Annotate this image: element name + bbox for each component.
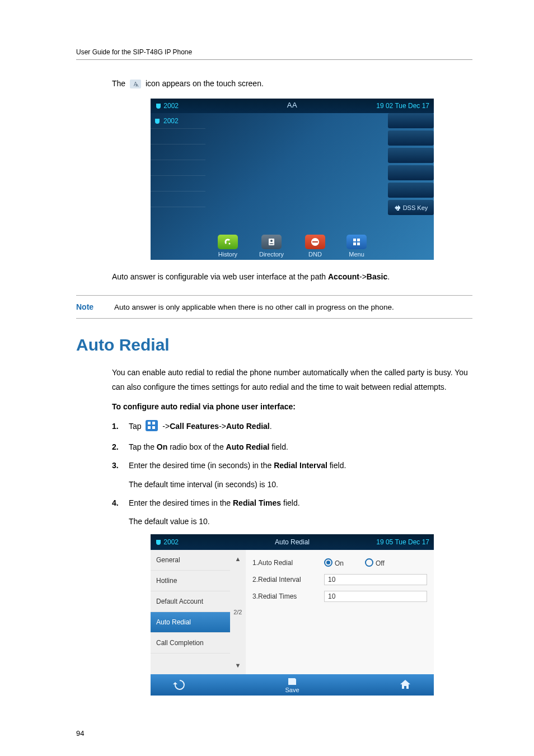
page-header: User Guide for the SIP-T48G IP Phone — [76, 48, 472, 60]
aa-status-icon: AA — [151, 101, 434, 109]
screenshot-auto-redial-settings: 2002 Auto Redial 19 05 Tue Dec 17 Genera… — [151, 534, 434, 696]
svg-rect-10 — [353, 242, 356, 245]
step-1: 1. Tap ->Call Features->Auto Redial. — [112, 419, 472, 436]
svg-rect-9 — [357, 239, 360, 241]
directory-icon — [261, 235, 282, 249]
settings-menu: General Hotline Default Account Auto Red… — [151, 550, 230, 674]
section-heading-auto-redial: Auto Redial — [76, 335, 472, 354]
step-4-num: 4. — [112, 496, 121, 510]
redial-interval-input[interactable]: 10 — [324, 574, 427, 585]
menu-item-call-completion[interactable]: Call Completion — [151, 633, 230, 654]
screenshot-home-screen: 2002 19 02 Tue Dec 17 AA 2002 — [151, 99, 434, 260]
home-icon — [399, 679, 411, 690]
dss-key-label: DSS Key — [403, 204, 428, 211]
softkey-menu[interactable]: Menu — [346, 235, 367, 258]
step-4-post: field. — [281, 498, 299, 507]
note-label: Note — [76, 302, 103, 311]
save-label: Save — [285, 687, 299, 693]
scroll-down-icon[interactable]: ▼ — [235, 662, 241, 669]
line-key-1-label: 2002 — [163, 117, 179, 125]
line-key-1[interactable]: 2002 — [151, 113, 205, 129]
line-key-4[interactable] — [151, 160, 205, 176]
svg-text:A: A — [135, 83, 139, 88]
svg-rect-7 — [312, 241, 318, 242]
save-icon — [287, 677, 297, 686]
step-1-post: -> — [162, 422, 170, 431]
intro-line: The AA icon appears on the touch screen. — [112, 77, 472, 93]
step-1-num: 1. — [112, 419, 121, 433]
step-1-p1: Call Features — [170, 422, 219, 431]
dss-slot-1[interactable] — [388, 113, 434, 128]
svg-rect-11 — [357, 242, 360, 245]
step-2-b2: Auto Redial — [226, 442, 270, 451]
web-path-end: . — [387, 272, 390, 281]
step-1-end: . — [270, 422, 272, 431]
radio-on[interactable]: On — [324, 558, 344, 567]
softkey-history-label: History — [218, 251, 237, 258]
svg-rect-12 — [146, 420, 158, 431]
dss-key-button[interactable]: DSS Key — [388, 200, 434, 215]
step-3-num: 3. — [112, 459, 121, 473]
menu-item-hotline[interactable]: Hotline — [151, 571, 230, 591]
svg-rect-15 — [148, 426, 151, 429]
page-number: 94 — [76, 729, 472, 738]
web-path-p2: Basic — [367, 272, 387, 281]
step-1-pre: Tap — [129, 422, 143, 431]
home-button[interactable] — [399, 679, 411, 692]
step-2: 2. Tap the On radio box of the Auto Redi… — [112, 440, 472, 454]
history-icon — [218, 235, 238, 249]
softkey-history[interactable]: History — [218, 235, 238, 258]
radio-on-label: On — [335, 559, 344, 567]
step-2-mid: radio box of the — [167, 442, 226, 451]
step-4-pre: Enter the desired times in the — [129, 498, 233, 507]
dss-slot-5[interactable] — [388, 183, 434, 198]
field-redial-times-label: 3.Redial Times — [252, 592, 314, 600]
section-body: You can enable auto redial to redial the… — [112, 366, 472, 394]
line-key-6[interactable] — [151, 192, 205, 207]
svg-point-5 — [270, 240, 273, 242]
softkey-directory-label: Directory — [259, 251, 284, 258]
menu-item-default-account[interactable]: Default Account — [151, 591, 230, 612]
save-button[interactable]: Save — [285, 677, 299, 693]
step-3-post: field. — [327, 461, 346, 470]
step-1-sep: -> — [219, 422, 226, 431]
dss-slot-3[interactable] — [388, 148, 434, 163]
step-4: 4. Enter the desired times in the Redial… — [112, 496, 472, 510]
dss-slot-2[interactable] — [388, 130, 434, 146]
step-3-b1: Redial Interval — [274, 461, 327, 470]
svg-rect-13 — [148, 422, 151, 424]
step-4-b1: Redial Times — [233, 498, 281, 507]
web-path-p1: Account — [328, 272, 359, 281]
svg-rect-16 — [152, 426, 155, 429]
web-path-line: Auto answer is configurable via web user… — [112, 270, 472, 284]
step-4-subnote: The default value is 10. — [129, 515, 472, 529]
menu-grid-icon — [146, 420, 158, 436]
menu-item-general[interactable]: General — [151, 550, 230, 571]
line-key-5[interactable] — [151, 176, 205, 192]
menu-item-auto-redial[interactable]: Auto Redial — [151, 612, 230, 633]
step-3: 3. Enter the desired time (in seconds) i… — [112, 459, 472, 473]
field-redial-interval-label: 2.Redial Interval — [252, 576, 314, 584]
step-3-pre: Enter the desired time (in seconds) in t… — [129, 461, 274, 470]
step-1-p2: Auto Redial — [226, 422, 270, 431]
svg-point-3 — [228, 242, 230, 244]
menu-icon — [346, 235, 367, 249]
softkey-directory[interactable]: Directory — [259, 235, 284, 258]
redial-times-input[interactable]: 10 — [324, 591, 427, 602]
intro-post: icon appears on the touch screen. — [146, 79, 264, 88]
line-key-3[interactable] — [151, 144, 205, 160]
radio-off[interactable]: Off — [365, 558, 385, 567]
step-2-num: 2. — [112, 440, 121, 454]
intro-pre: The — [112, 79, 128, 88]
softkey-dnd[interactable]: DND — [305, 235, 325, 258]
config-heading: To configure auto redial via phone user … — [112, 400, 472, 414]
dss-slot-4[interactable] — [388, 165, 434, 180]
svg-rect-8 — [353, 239, 356, 241]
note-box: Note Auto answer is only applicable when… — [76, 295, 472, 319]
line-key-2[interactable] — [151, 129, 205, 144]
aa-icon-inline: AA — [130, 79, 141, 93]
svg-rect-14 — [152, 422, 155, 424]
step-2-pre: Tap the — [129, 442, 157, 451]
scroll-up-icon[interactable]: ▲ — [235, 556, 241, 562]
back-button[interactable] — [173, 679, 185, 692]
